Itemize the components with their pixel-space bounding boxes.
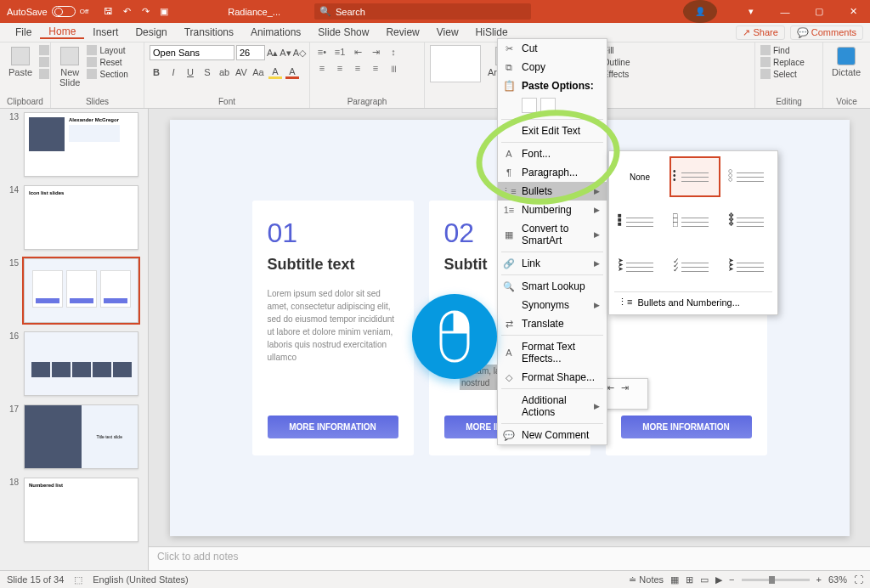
tab-animations[interactable]: Animations [242,26,309,38]
reading-view-icon[interactable]: ▭ [700,574,709,585]
slide-thumb-16[interactable] [24,331,138,396]
format-painter-icon[interactable] [39,69,49,79]
indent-inc-icon[interactable]: ⇥ [369,45,382,59]
bullets-none[interactable]: None [614,156,665,197]
spacing-button[interactable]: AV [234,65,248,79]
menu-cut[interactable]: ✂Cut [498,39,607,58]
user-avatar[interactable]: 👤 [683,0,717,23]
case-button[interactable]: Aa [251,65,265,79]
menu-synonyms[interactable]: Synonyms▶ [498,296,607,314]
accessibility-icon[interactable]: ⬚ [74,574,82,585]
thumbnail-panel[interactable]: 13 Alexander McGregor 14 Icon list slide… [0,109,149,570]
tab-file[interactable]: File [7,26,40,38]
numbering-icon[interactable]: ≡1 [333,45,347,59]
tab-slideshow[interactable]: Slide Show [309,26,377,38]
zoom-level[interactable]: 63% [828,574,847,585]
tab-hislide[interactable]: HiSlide [467,26,517,38]
autosave-toggle[interactable]: AutoSave Off [0,6,95,17]
menu-bullets[interactable]: ⋮≡Bullets▶ [498,182,607,201]
line-spacing-icon[interactable]: ↕ [387,45,400,59]
increase-font-icon[interactable]: A▴ [267,48,278,59]
menu-format-shape[interactable]: ◇Format Shape... [498,368,607,387]
zoom-out-icon[interactable]: − [729,574,734,585]
bullets-star[interactable] [725,201,776,242]
card-1[interactable]: 01 Subtitle text Lorem ipsum sed dolor s… [252,201,414,455]
sorter-view-icon[interactable]: ⊞ [686,574,693,585]
slide-thumb-18[interactable]: Numbered list [24,478,138,542]
language-indicator[interactable]: English (United States) [93,574,189,585]
bullets-checkmark[interactable] [669,246,720,287]
slideshow-view-icon[interactable]: ▶ [715,574,722,585]
decrease-font-icon[interactable]: A▾ [280,48,291,59]
strike-button[interactable]: S [201,65,214,79]
close-button[interactable]: ✕ [836,0,870,23]
mini-indent-inc-icon[interactable]: ⇥ [619,382,630,393]
bold-button[interactable]: B [150,65,163,79]
slide-thumb-14[interactable]: Icon list slides [24,185,138,250]
toggle-icon[interactable] [52,6,76,17]
highlight-button[interactable]: A [268,65,282,79]
ribbon-options-icon[interactable]: ▾ [734,0,768,23]
italic-button[interactable]: I [167,65,180,79]
bullets-arrow[interactable] [614,246,665,287]
paste-button[interactable]: Paste [5,45,36,79]
card-button[interactable]: MORE INFORMATION [621,416,752,438]
normal-view-icon[interactable]: ▦ [670,574,679,585]
menu-font[interactable]: AFont... [498,144,607,163]
menu-translate[interactable]: ⇄Translate [498,314,607,333]
justify-icon[interactable]: ≡ [369,61,382,75]
bullets-icon[interactable]: ≡• [315,45,329,59]
bullets-hollow-round[interactable] [725,156,776,197]
underline-button[interactable]: U [184,65,197,79]
menu-paragraph[interactable]: ¶Paragraph... [498,163,607,182]
tab-transitions[interactable]: Transitions [176,26,242,38]
indent-dec-icon[interactable]: ⇤ [351,45,364,59]
slide-thumb-17[interactable]: Title text slide [24,404,138,469]
tab-view[interactable]: View [428,26,467,38]
shadow-button[interactable]: ab [218,65,231,79]
font-name-input[interactable] [150,45,234,60]
menu-smartart[interactable]: ▦Convert to SmartArt▶ [498,219,607,250]
bullets-arrow-alt[interactable] [725,246,776,287]
redo-icon[interactable]: ↷ [139,6,151,17]
menu-additional[interactable]: Additional Actions▶ [498,391,607,421]
cut-icon[interactable] [39,45,49,55]
notes-pane[interactable]: Click to add notes [149,546,870,570]
bullets-filled-square[interactable] [614,201,665,242]
minimize-button[interactable]: — [768,0,802,23]
paste-keep-source-icon[interactable] [522,98,537,113]
menu-text-effects[interactable]: AFormat Text Effects... [498,337,607,368]
align-center-icon[interactable]: ≡ [333,61,347,75]
undo-icon[interactable]: ↶ [121,6,133,17]
align-left-icon[interactable]: ≡ [315,61,329,75]
bullets-hollow-square[interactable] [669,201,720,242]
maximize-button[interactable]: ▢ [802,0,836,23]
slide-thumb-15[interactable] [24,258,138,323]
find-button[interactable]: Find [760,45,805,55]
copy-icon[interactable] [39,57,49,67]
zoom-slider[interactable] [742,579,810,581]
reset-button[interactable]: Reset [87,57,127,67]
bullets-filled-round[interactable] [669,156,720,197]
menu-smart-lookup[interactable]: 🔍Smart Lookup [498,277,607,296]
search-box[interactable]: 🔍 Search [314,3,531,20]
menu-copy[interactable]: ⧉Copy [498,58,607,76]
share-button[interactable]: ↗ Share [736,25,784,40]
select-button[interactable]: Select [760,69,805,79]
comments-button[interactable]: 💬 Comments [790,25,863,40]
dictate-button[interactable]: Dictate [828,45,864,79]
fit-icon[interactable]: ⛶ [854,574,863,585]
columns-icon[interactable]: ⫼ [387,61,400,75]
menu-link[interactable]: 🔗Link▶ [498,254,607,273]
zoom-in-icon[interactable]: + [816,574,822,585]
bullets-and-numbering-button[interactable]: ⋮≡Bullets and Numbering... [614,291,772,309]
slideshow-icon[interactable]: ▣ [158,6,170,17]
menu-numbering[interactable]: 1≡Numbering▶ [498,201,607,219]
menu-new-comment[interactable]: 💬New Comment [498,426,607,444]
font-color-button[interactable]: A [285,65,299,79]
card-button[interactable]: MORE INFORMATION [268,416,398,438]
tab-home[interactable]: Home [40,25,84,39]
new-slide-button[interactable]: New Slide [56,45,83,89]
section-button[interactable]: Section [87,69,127,79]
save-icon[interactable]: 🖫 [102,6,114,17]
